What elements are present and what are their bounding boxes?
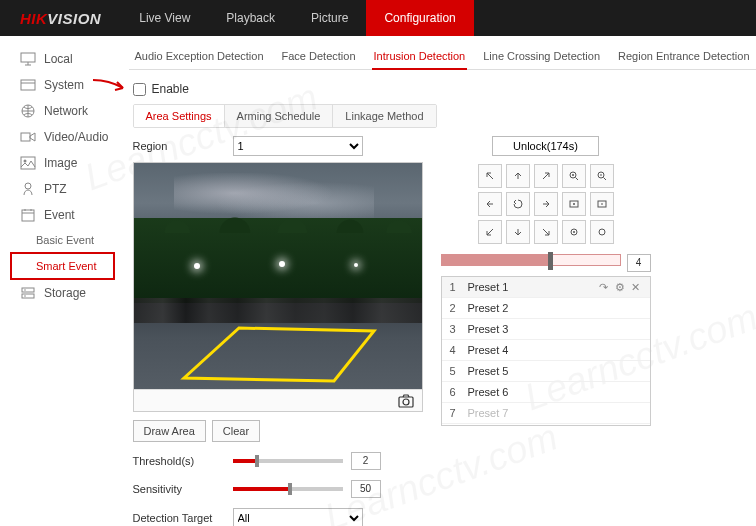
preset-label: Preset 6 <box>468 386 509 398</box>
ptz-down-left[interactable] <box>478 220 502 244</box>
svg-point-11 <box>24 295 26 297</box>
sidebar-local[interactable]: Local <box>0 46 119 72</box>
sidebar-basic-event-label: Basic Event <box>36 234 94 246</box>
nav-playback[interactable]: Playback <box>208 0 293 36</box>
ptz-up[interactable] <box>506 164 530 188</box>
preset-label: Preset 2 <box>468 302 509 314</box>
sensitivity-value: 50 <box>351 480 381 498</box>
sidebar-event[interactable]: Event <box>0 202 119 228</box>
globe-icon <box>20 104 36 118</box>
preset-item[interactable]: 2 Preset 2 <box>442 298 650 319</box>
ptz-up-right[interactable] <box>534 164 558 188</box>
sidebar-smart-event-label: Smart Event <box>36 260 97 272</box>
ptz-left[interactable] <box>478 192 502 216</box>
preset-set-icon[interactable]: ⚙ <box>614 281 626 293</box>
preset-item[interactable]: 4 Preset 4 <box>442 340 650 361</box>
nav-picture[interactable]: Picture <box>293 0 366 36</box>
svg-marker-12 <box>184 328 374 381</box>
preset-delete-icon[interactable]: ✕ <box>630 281 642 293</box>
storage-icon <box>20 286 36 300</box>
draw-area-button[interactable]: Draw Area <box>133 420 206 442</box>
preset-call-icon[interactable]: ↷ <box>598 281 610 293</box>
video-preview[interactable] <box>133 162 423 412</box>
innertab-arming-schedule[interactable]: Arming Schedule <box>225 105 334 127</box>
subtab-audio-exception[interactable]: Audio Exception Detection <box>133 44 266 69</box>
sensitivity-label: Sensitivity <box>133 483 233 495</box>
preset-list[interactable]: 1 Preset 1 ↷ ⚙ ✕ 2 Preset 2 3 <box>441 276 651 426</box>
logo: HIKVISION <box>0 10 121 27</box>
preset-label: Preset 5 <box>468 365 509 377</box>
sidebar-network[interactable]: Network <box>0 98 119 124</box>
preset-item[interactable]: 6 Preset 6 <box>442 382 650 403</box>
system-icon <box>20 78 36 92</box>
threshold-value: 2 <box>351 452 381 470</box>
svg-point-20 <box>573 231 575 233</box>
sidebar-videoaudio[interactable]: Video/Audio <box>0 124 119 150</box>
svg-point-6 <box>25 183 31 189</box>
innertab-area-settings[interactable]: Area Settings <box>134 105 225 127</box>
ptz-down[interactable] <box>506 220 530 244</box>
sidebar-ptz-label: PTZ <box>44 182 67 196</box>
sidebar-event-label: Event <box>44 208 75 222</box>
preset-item[interactable]: 1 Preset 1 ↷ ⚙ ✕ <box>442 277 650 298</box>
ptz-speed-value: 4 <box>627 254 651 272</box>
sidebar-basic-event[interactable]: Basic Event <box>0 228 119 252</box>
ptz-focus-near[interactable] <box>562 192 586 216</box>
ptz-iris-open[interactable] <box>562 220 586 244</box>
threshold-label: Threshold(s) <box>133 455 233 467</box>
subtab-face-detection[interactable]: Face Detection <box>280 44 358 69</box>
region-select[interactable]: 1 <box>233 136 363 156</box>
ptz-down-right[interactable] <box>534 220 558 244</box>
sidebar-ptz[interactable]: PTZ <box>0 176 119 202</box>
ptz-right[interactable] <box>534 192 558 216</box>
subtab-line-crossing[interactable]: Line Crossing Detection <box>481 44 602 69</box>
calendar-icon <box>20 208 36 222</box>
enable-label: Enable <box>152 82 189 96</box>
image-icon <box>20 156 36 170</box>
subtab-intrusion-detection[interactable]: Intrusion Detection <box>372 44 468 70</box>
sidebar-storage-label: Storage <box>44 286 86 300</box>
sidebar-smart-event[interactable]: Smart Event <box>10 252 115 280</box>
unlock-button[interactable]: Unlock(174s) <box>492 136 599 156</box>
nav-configuration[interactable]: Configuration <box>366 0 473 36</box>
svg-point-21 <box>599 229 605 235</box>
ptz-iris-close[interactable] <box>590 220 614 244</box>
sidebar-network-label: Network <box>44 104 88 118</box>
ptz-zoom-in[interactable] <box>562 164 586 188</box>
preset-item[interactable]: 5 Preset 5 <box>442 361 650 382</box>
ptz-zoom-out[interactable] <box>590 164 614 188</box>
sidebar: Local System Network Video/Audio Image P… <box>0 36 119 526</box>
ptz-speed-slider[interactable] <box>441 254 621 266</box>
clear-button[interactable]: Clear <box>212 420 260 442</box>
sidebar-image[interactable]: Image <box>0 150 119 176</box>
preset-label: Preset 3 <box>468 323 509 335</box>
sidebar-storage[interactable]: Storage <box>0 280 119 306</box>
preset-label: Preset 7 <box>468 407 509 419</box>
capture-icon[interactable] <box>398 394 414 408</box>
detection-target-label: Detection Target <box>133 512 233 524</box>
preset-item[interactable]: 8 Preset 8 <box>442 424 650 426</box>
preset-item[interactable]: 3 Preset 3 <box>442 319 650 340</box>
innertab-linkage-method[interactable]: Linkage Method <box>333 105 435 127</box>
ptz-focus-far[interactable] <box>590 192 614 216</box>
monitor-icon <box>20 52 36 66</box>
sidebar-image-label: Image <box>44 156 77 170</box>
ptz-up-left[interactable] <box>478 164 502 188</box>
detection-target-select[interactable]: All <box>233 508 363 526</box>
preset-item[interactable]: 7 Preset 7 <box>442 403 650 424</box>
sidebar-system-label: System <box>44 78 84 92</box>
sidebar-videoaudio-label: Video/Audio <box>44 130 109 144</box>
nav-live-view[interactable]: Live View <box>121 0 208 36</box>
svg-rect-8 <box>22 288 34 292</box>
config-inner-tabs: Area Settings Arming Schedule Linkage Me… <box>133 104 437 128</box>
threshold-slider[interactable] <box>233 459 343 463</box>
subtab-region-entrance[interactable]: Region Entrance Detection <box>616 44 751 69</box>
preset-label: Preset 4 <box>468 344 509 356</box>
ptz-icon <box>20 182 36 196</box>
svg-rect-7 <box>22 210 34 221</box>
ptz-auto[interactable] <box>506 192 530 216</box>
sidebar-system[interactable]: System <box>0 72 119 98</box>
ptz-direction-pad <box>441 164 651 244</box>
enable-checkbox[interactable] <box>133 83 146 96</box>
sensitivity-slider[interactable] <box>233 487 343 491</box>
